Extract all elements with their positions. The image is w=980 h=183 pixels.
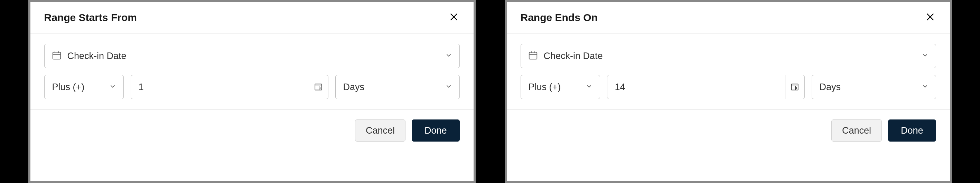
calendar-icon: [528, 50, 538, 62]
modal-title: Range Starts From: [44, 12, 137, 24]
chevron-down-icon: [445, 52, 452, 60]
modal-header: Range Starts From: [30, 2, 474, 33]
offset-value-input[interactable]: 14: [607, 75, 805, 99]
cancel-button[interactable]: Cancel: [355, 120, 406, 142]
close-button[interactable]: [924, 12, 936, 24]
close-button[interactable]: [448, 12, 460, 24]
date-reference-value: Check-in Date: [67, 51, 127, 62]
modal-body: Check-in Date Plus (+) 14 Days: [507, 33, 950, 110]
svg-rect-0: [52, 52, 60, 59]
unit-value: Days: [819, 82, 841, 93]
chevron-down-icon: [585, 82, 593, 92]
formula-icon[interactable]: [309, 75, 328, 99]
svg-rect-3: [791, 84, 798, 90]
unit-value: Days: [343, 82, 365, 93]
modal-body: Check-in Date Plus (+) 1 Days: [30, 33, 474, 110]
modal-title: Range Ends On: [520, 12, 598, 24]
done-button[interactable]: Done: [412, 120, 460, 142]
svg-rect-2: [529, 52, 537, 59]
offset-row: Plus (+) 1 Days: [44, 75, 460, 99]
calendar-icon: [51, 50, 62, 62]
svg-rect-1: [315, 84, 322, 90]
offset-value-input[interactable]: 1: [130, 75, 328, 99]
done-label: Done: [425, 125, 447, 136]
offset-row: Plus (+) 14 Days: [520, 75, 936, 99]
operator-select[interactable]: Plus (+): [520, 75, 600, 99]
done-button[interactable]: Done: [888, 120, 936, 142]
operator-select[interactable]: Plus (+): [44, 75, 124, 99]
modal-header: Range Ends On: [507, 2, 950, 33]
cancel-button[interactable]: Cancel: [831, 120, 882, 142]
unit-select[interactable]: Days: [335, 75, 460, 99]
modal-footer: Cancel Done: [30, 110, 474, 181]
chevron-down-icon: [109, 82, 116, 92]
close-icon: [449, 12, 459, 23]
offset-value: 14: [615, 82, 625, 93]
cancel-label: Cancel: [366, 125, 395, 136]
done-label: Done: [901, 125, 923, 136]
cancel-label: Cancel: [842, 125, 871, 136]
date-reference-value: Check-in Date: [544, 51, 603, 62]
close-icon: [925, 12, 935, 23]
formula-icon[interactable]: [785, 75, 804, 99]
date-reference-select[interactable]: Check-in Date: [44, 44, 460, 68]
unit-select[interactable]: Days: [811, 75, 936, 99]
chevron-down-icon: [921, 52, 929, 60]
operator-value: Plus (+): [528, 82, 561, 93]
date-reference-select[interactable]: Check-in Date: [520, 44, 936, 68]
offset-value: 1: [138, 82, 144, 93]
chevron-down-icon: [445, 82, 452, 92]
chevron-down-icon: [921, 82, 929, 92]
range-starts-modal: Range Starts From Check-in Date Plus (+): [29, 0, 476, 183]
modal-footer: Cancel Done: [507, 110, 950, 181]
operator-value: Plus (+): [52, 82, 85, 93]
range-ends-modal: Range Ends On Check-in Date Plus (+): [505, 0, 952, 183]
